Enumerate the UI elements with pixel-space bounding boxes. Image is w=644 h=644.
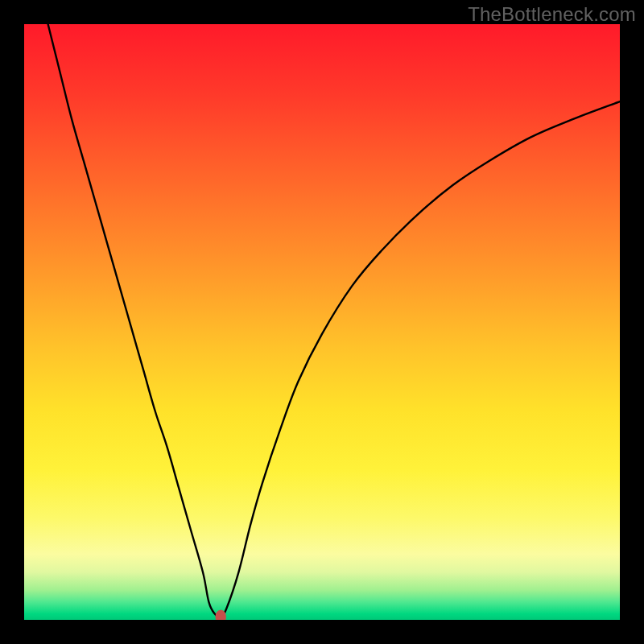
watermark-text: TheBottleneck.com: [468, 3, 636, 26]
chart-frame: TheBottleneck.com: [0, 0, 644, 644]
plot-area: [24, 24, 620, 620]
curve-svg: [24, 24, 620, 620]
bottleneck-curve: [48, 24, 620, 617]
